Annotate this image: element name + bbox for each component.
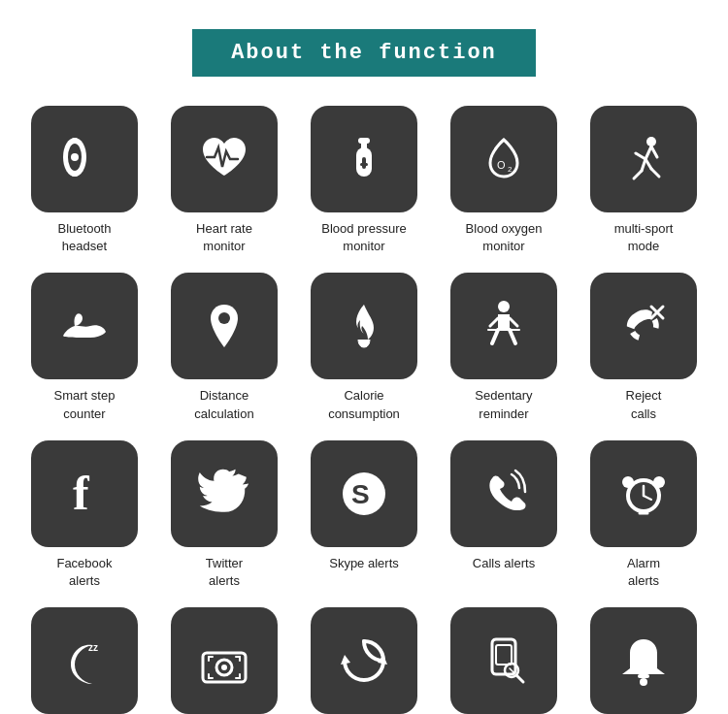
calls-alerts-icon	[475, 465, 533, 523]
other-reminders-icon	[614, 632, 673, 690]
feature-facebook: f Facebookalerts	[19, 440, 149, 590]
find-bracelet-icon-box	[450, 607, 557, 714]
sleep-icon-box: zz	[31, 607, 138, 714]
svg-line-24	[510, 318, 517, 326]
feature-blood-oxygen: O 2 Blood oxygenmonitor	[439, 106, 569, 255]
heart-rate-icon	[195, 130, 253, 188]
alarm-icon	[614, 465, 673, 523]
heart-rate-icon-box	[171, 106, 278, 212]
svg-text:zz: zz	[88, 642, 98, 653]
step-counter-icon	[55, 297, 114, 355]
sedentary-label: Sedentaryreminder	[475, 387, 532, 422]
svg-text:S: S	[351, 479, 370, 509]
sedentary-icon	[475, 297, 533, 355]
feature-calorie: Calorieconsumption	[299, 273, 429, 422]
alarm-label: Alarmalerts	[627, 555, 660, 590]
features-grid: Bluetoothheadset Heart ratemonitor Blood…	[19, 106, 709, 714]
reject-calls-label: Rejectcalls	[626, 387, 662, 422]
feature-calls-alerts: Calls alerts	[439, 440, 569, 590]
lift-hand-icon-box	[311, 607, 417, 714]
svg-point-35	[622, 476, 634, 488]
heart-rate-label: Heart ratemonitor	[196, 220, 252, 255]
svg-line-23	[490, 318, 498, 326]
facebook-icon-box: f	[31, 440, 138, 547]
svg-rect-45	[496, 645, 512, 665]
skype-label: Skype alerts	[329, 555, 399, 572]
blood-pressure-label: Blood pressuremonitor	[321, 220, 406, 255]
svg-text:2: 2	[508, 165, 513, 174]
bluetooth-headset-icon	[55, 130, 114, 188]
bluetooth-headset-icon-box	[31, 106, 138, 212]
bluetooth-headset-label: Bluetoothheadset	[58, 220, 112, 255]
svg-point-41	[221, 665, 227, 670]
feature-find-bracelet: Looking forbracelet	[439, 607, 569, 714]
multi-sport-icon-box	[590, 106, 697, 212]
svg-point-20	[498, 301, 510, 312]
step-counter-label: Smart stepcounter	[54, 387, 116, 422]
feature-other-reminders: Otherreminders	[579, 607, 709, 714]
calls-alerts-icon-box	[450, 440, 557, 547]
twitter-icon	[195, 465, 253, 523]
camera-icon-box	[171, 607, 278, 714]
blood-oxygen-icon: O 2	[475, 130, 533, 188]
sedentary-icon-box	[450, 273, 557, 379]
reject-calls-icon-box	[590, 273, 697, 379]
svg-line-15	[634, 171, 642, 178]
feature-lift-hand: Lift handlight screen	[299, 607, 429, 714]
feature-bluetooth-headset: Bluetoothheadset	[19, 106, 149, 255]
step-counter-icon-box	[31, 273, 138, 379]
svg-text:O: O	[497, 159, 506, 171]
svg-marker-42	[341, 655, 350, 665]
feature-multi-sport: multi-sportmode	[579, 106, 709, 255]
feature-twitter: Twitteralerts	[159, 440, 289, 590]
feature-sleep: zz Sleepmonitoring	[19, 607, 149, 714]
svg-line-12	[645, 146, 651, 159]
svg-point-3	[71, 153, 79, 161]
distance-icon	[195, 297, 253, 355]
sleep-icon: zz	[55, 632, 114, 690]
calls-alerts-label: Calls alerts	[473, 555, 535, 572]
lift-hand-icon	[335, 632, 393, 690]
svg-point-36	[653, 476, 665, 488]
svg-point-19	[218, 312, 230, 324]
feature-step-counter: Smart stepcounter	[19, 273, 149, 422]
calorie-label: Calorieconsumption	[328, 387, 400, 422]
blood-oxygen-label: Blood oxygenmonitor	[466, 220, 543, 255]
feature-skype: S Skype alerts	[299, 440, 429, 590]
svg-line-16	[645, 159, 651, 169]
twitter-label: Twitteralerts	[206, 555, 243, 590]
reject-calls-icon	[614, 297, 673, 355]
svg-rect-8	[362, 157, 366, 169]
facebook-label: Facebookalerts	[56, 555, 112, 590]
feature-sedentary: Sedentaryreminder	[439, 273, 569, 422]
svg-line-48	[510, 668, 513, 672]
distance-icon-box	[171, 273, 278, 379]
feature-alarm: Alarmalerts	[579, 440, 709, 590]
svg-line-18	[651, 146, 657, 157]
distance-label: Distancecalculation	[194, 387, 253, 422]
camera-icon	[195, 632, 253, 690]
svg-line-22	[510, 330, 515, 343]
calorie-icon	[335, 297, 393, 355]
page-title: About the function	[192, 29, 536, 77]
multi-sport-icon	[614, 130, 673, 188]
blood-pressure-icon	[335, 130, 393, 188]
svg-line-47	[516, 675, 523, 682]
svg-point-50	[640, 678, 647, 686]
other-reminders-icon-box	[590, 607, 697, 714]
svg-line-13	[636, 153, 645, 159]
feature-camera: Intelligentcamera	[159, 607, 289, 714]
svg-text:f: f	[73, 466, 90, 520]
feature-reject-calls: Rejectcalls	[579, 273, 709, 422]
multi-sport-label: multi-sportmode	[614, 220, 674, 255]
twitter-icon-box	[171, 440, 278, 547]
calorie-icon-box	[311, 273, 417, 379]
skype-icon: S	[335, 465, 393, 523]
feature-distance: Distancecalculation	[159, 273, 289, 422]
skype-icon-box: S	[311, 440, 417, 547]
blood-oxygen-icon-box: O 2	[450, 106, 557, 212]
feature-heart-rate-monitor: Heart ratemonitor	[159, 106, 289, 255]
svg-rect-49	[638, 674, 649, 678]
feature-blood-pressure: Blood pressuremonitor	[299, 106, 429, 255]
alarm-icon-box	[590, 440, 697, 547]
